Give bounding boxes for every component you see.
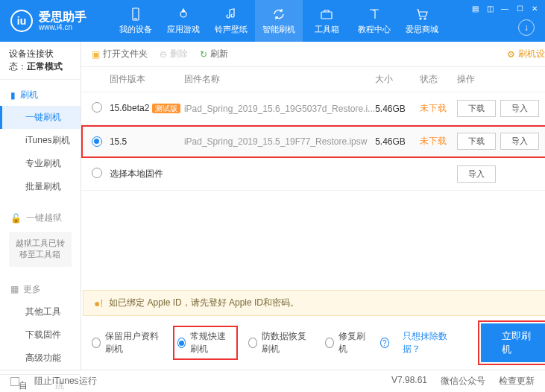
app-url: www.i4.cn <box>39 23 86 31</box>
toolbar: ▣打开文件夹 ⊖删除 ↻刷新 ⚙刷机设置 <box>81 42 545 67</box>
svg-rect-2 <box>321 12 332 19</box>
svg-point-4 <box>424 18 426 19</box>
sidebar-group-more[interactable]: ▦更多 <box>0 279 81 300</box>
beta-tag: 测试版 <box>152 104 180 113</box>
nav-my-device[interactable]: 我的设备 <box>112 0 160 42</box>
flash-options: 保留用户资料刷机 常规快速刷机 防数据恢复刷机 修复刷机 ? 只想抹除数据？ 立… <box>81 316 545 370</box>
block-itunes-checkbox[interactable] <box>10 377 19 386</box>
sidebar-item-advanced[interactable]: 高级功能 <box>0 347 81 370</box>
nav-toolbox[interactable]: 工具箱 <box>303 0 350 42</box>
download-button[interactable]: 下载 <box>457 133 496 150</box>
nav-flash[interactable]: 智能刷机 <box>255 0 303 42</box>
sidebar-item-downloadfw[interactable]: 下载固件 <box>0 323 81 347</box>
import-button[interactable]: 导入 <box>500 100 539 117</box>
import-button[interactable]: 导入 <box>500 133 539 150</box>
firmware-row[interactable]: 15.5 iPad_Spring_2019_15.5_19F77_Restore… <box>81 125 545 158</box>
lock-icon: 🔓 <box>10 213 22 224</box>
erase-link[interactable]: 只想抹除数据？ <box>403 330 454 355</box>
wechat-link[interactable]: 微信公众号 <box>441 375 485 388</box>
nav-tutorials[interactable]: 教程中心 <box>350 0 398 42</box>
sidebar-group-flash[interactable]: ▮刷机 <box>0 84 81 106</box>
nav-store[interactable]: 爱思商城 <box>398 0 446 42</box>
radio-icon <box>92 338 101 348</box>
opt-keep-data[interactable]: 保留用户资料刷机 <box>92 330 163 355</box>
radio-icon <box>177 338 186 348</box>
firmware-radio[interactable] <box>92 168 102 178</box>
delete-button[interactable]: ⊖删除 <box>160 48 188 60</box>
phone-small-icon: ▮ <box>10 90 16 101</box>
win-close-icon[interactable]: ✕ <box>529 3 541 13</box>
check-update-link[interactable]: 检查更新 <box>499 375 535 388</box>
version-label: V7.98.61 <box>391 375 427 388</box>
local-firmware-row[interactable]: 选择本地固件 导入 <box>81 158 545 191</box>
app-logo: iu 爱思助手 www.i4.cn <box>0 10 97 32</box>
flash-settings-button[interactable]: ⚙刷机设置 <box>507 48 545 60</box>
music-icon <box>224 7 239 22</box>
firmware-radio[interactable] <box>92 136 102 147</box>
firmware-radio[interactable] <box>92 102 102 113</box>
top-nav: 我的设备 应用游戏 铃声壁纸 智能刷机 工具箱 教程中心 爱思商城 <box>112 0 446 42</box>
jailbreak-note: 越狱工具已转移至工具箱 <box>9 232 72 267</box>
sidebar-item-batch[interactable]: 批量刷机 <box>0 175 81 198</box>
opt-anti-recovery[interactable]: 防数据恢复刷机 <box>248 330 312 355</box>
download-indicator-icon[interactable]: ↓ <box>518 19 535 36</box>
firmware-row[interactable]: 15.6beta2测试版 iPad_Spring_2019_15.6_19G50… <box>81 92 545 125</box>
book-icon <box>367 7 382 22</box>
folder-icon: ▣ <box>92 49 100 60</box>
sidebar: 设备连接状态：正常模式 ▮刷机 一键刷机 iTunes刷机 专业刷机 批量刷机 … <box>0 42 81 370</box>
svg-point-3 <box>420 18 421 19</box>
logo-icon: iu <box>10 10 33 32</box>
opt-repair[interactable]: 修复刷机 <box>325 330 367 355</box>
opt-normal[interactable]: 常规快速刷机 <box>176 329 235 357</box>
more-icon: ▦ <box>10 284 19 294</box>
apps-icon <box>176 7 191 22</box>
radio-icon <box>248 338 257 348</box>
cart-icon <box>415 7 429 22</box>
refresh-button[interactable]: ↻刷新 <box>200 48 228 60</box>
delete-icon: ⊖ <box>160 49 167 60</box>
window-controls: ▤ ◫ — ☐ ✕ <box>469 3 541 13</box>
win-menu-icon[interactable]: ▤ <box>469 3 481 13</box>
flash-now-button[interactable]: 立即刷机 <box>481 323 545 362</box>
status-bar: 阻止iTunes运行 V7.98.61 微信公众号 检查更新 <box>0 370 545 392</box>
warning-bar: ●! 如已绑定 Apple ID，请先登好 Apple ID和密码。 ✕ <box>83 290 545 316</box>
radio-icon <box>325 338 334 348</box>
info-icon[interactable]: ? <box>380 338 389 348</box>
win-min-icon[interactable]: — <box>499 3 511 13</box>
win-skin-icon[interactable]: ◫ <box>484 3 496 13</box>
connection-status: 设备连接状态：正常模式 <box>0 42 81 80</box>
phone-icon <box>128 7 143 22</box>
app-name: 爱思助手 <box>39 10 86 24</box>
win-max-icon[interactable]: ☐ <box>514 3 526 13</box>
main-panel: ▣打开文件夹 ⊖删除 ↻刷新 ⚙刷机设置 固件版本 固件名称 大小 状态 操作 … <box>81 42 545 370</box>
nav-ringtones[interactable]: 铃声壁纸 <box>207 0 255 42</box>
title-bar: iu 爱思助手 www.i4.cn 我的设备 应用游戏 铃声壁纸 智能刷机 工具… <box>0 0 545 42</box>
warning-icon: ●! <box>94 297 103 309</box>
refresh-small-icon: ↻ <box>200 49 207 60</box>
toolbox-icon <box>319 7 334 22</box>
sidebar-item-other[interactable]: 其他工具 <box>0 300 81 323</box>
download-button[interactable]: 下载 <box>457 100 496 117</box>
nav-apps[interactable]: 应用游戏 <box>160 0 207 42</box>
sidebar-item-pro[interactable]: 专业刷机 <box>0 152 81 175</box>
refresh-icon <box>271 7 286 22</box>
gear-icon: ⚙ <box>507 49 515 60</box>
sidebar-group-jailbreak[interactable]: 🔓一键越狱 <box>0 207 81 229</box>
open-folder-button[interactable]: ▣打开文件夹 <box>92 48 148 60</box>
sidebar-item-oneclick[interactable]: 一键刷机 <box>0 106 81 129</box>
import-button[interactable]: 导入 <box>457 165 496 183</box>
sidebar-item-itunes[interactable]: iTunes刷机 <box>0 129 81 152</box>
table-header: 固件版本 固件名称 大小 状态 操作 <box>81 67 545 92</box>
